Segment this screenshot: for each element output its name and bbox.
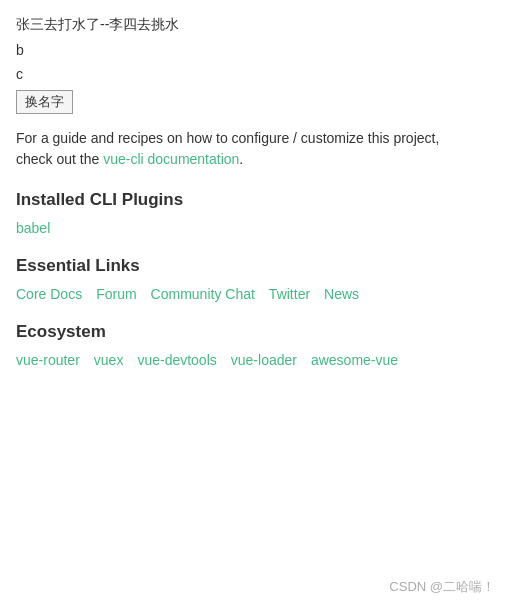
link-vue-devtools[interactable]: vue-devtools — [137, 352, 216, 368]
link-community-chat[interactable]: Community Chat — [151, 286, 255, 302]
char-b: b — [16, 42, 495, 58]
ecosystem-links: vue-router vuex vue-devtools vue-loader … — [16, 352, 495, 368]
link-vue-router[interactable]: vue-router — [16, 352, 80, 368]
desc-text1: For a guide and recipes on how to config… — [16, 130, 439, 146]
vue-cli-doc-link[interactable]: vue-cli documentation — [103, 151, 239, 167]
link-vuex[interactable]: vuex — [94, 352, 124, 368]
page-header: 张三去打水了--李四去挑水 — [16, 16, 495, 34]
desc-text3: . — [239, 151, 243, 167]
link-forum[interactable]: Forum — [96, 286, 136, 302]
description-block: For a guide and recipes on how to config… — [16, 128, 495, 170]
link-twitter[interactable]: Twitter — [269, 286, 310, 302]
desc-text2: check out the — [16, 151, 103, 167]
cli-plugins-title: Installed CLI Plugins — [16, 190, 495, 210]
link-vue-loader[interactable]: vue-loader — [231, 352, 297, 368]
main-title: 张三去打水了--李四去挑水 — [16, 16, 495, 34]
link-awesome-vue[interactable]: awesome-vue — [311, 352, 398, 368]
cli-plugins-links: babel — [16, 220, 495, 236]
watermark: CSDN @二哈喘！ — [389, 578, 495, 596]
essential-links-section: Essential Links Core Docs Forum Communit… — [16, 256, 495, 302]
cli-plugins-section: Installed CLI Plugins babel — [16, 190, 495, 236]
link-news[interactable]: News — [324, 286, 359, 302]
essential-links-links: Core Docs Forum Community Chat Twitter N… — [16, 286, 495, 302]
ecosystem-section: Ecosystem vue-router vuex vue-devtools v… — [16, 322, 495, 368]
link-babel[interactable]: babel — [16, 220, 50, 236]
ecosystem-title: Ecosystem — [16, 322, 495, 342]
rename-button[interactable]: 换名字 — [16, 90, 73, 114]
essential-links-title: Essential Links — [16, 256, 495, 276]
char-c: c — [16, 66, 495, 82]
link-core-docs[interactable]: Core Docs — [16, 286, 82, 302]
